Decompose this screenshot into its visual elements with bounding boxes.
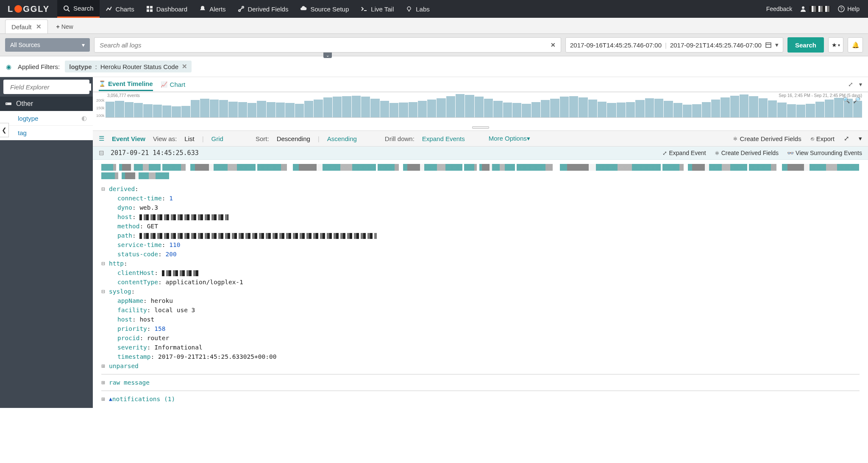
svg-point-6 — [239, 10, 240, 11]
tab-event-timeline[interactable]: ⌛Event Timeline — [99, 78, 153, 91]
expand-search-icon[interactable]: ⌄ — [323, 53, 332, 58]
timeline-tabs: ⌛Event Timeline 📈Chart ⤢ ▾ — [93, 77, 868, 92]
tab-new[interactable]: +New — [50, 20, 79, 33]
svg-rect-3 — [150, 6, 153, 8]
tab-chart[interactable]: 📈Chart — [161, 78, 186, 91]
unparsed-section[interactable]: unparsed — [109, 361, 139, 371]
nav-live-tail[interactable]: Live Tail — [355, 0, 400, 18]
toggle-icon: ◐ — [81, 114, 87, 122]
expand-events[interactable]: Expand Events — [422, 135, 465, 142]
clear-icon[interactable]: ✕ — [545, 42, 561, 48]
collapse-icon[interactable]: ⊟ — [101, 259, 109, 268]
svg-point-7 — [242, 6, 244, 8]
search-bar: All Sources▾ ✕ ⌄ 2017-09-16T14:45:25.746… — [0, 34, 868, 56]
dashboard-icon — [146, 6, 153, 12]
expand-icon[interactable]: ⤢ — [848, 81, 853, 88]
list-icon: ☰ — [99, 135, 104, 142]
field-explorer-input[interactable] — [10, 83, 91, 91]
tab-default[interactable]: Default✕ — [5, 19, 48, 33]
nav-dashboard[interactable]: Dashboard — [140, 0, 193, 18]
event-body: ⊟derived: connect-time: 1 dyno: web.3 ho… — [93, 160, 868, 408]
feedback-link[interactable]: Feedback — [766, 6, 792, 12]
time-to: 2017-09-21T14:45:25.746-07:00 — [670, 42, 762, 49]
nav-charts[interactable]: Charts — [100, 0, 140, 18]
expand-icon[interactable]: ⊞ — [101, 361, 109, 371]
help-link[interactable]: ?Help — [838, 6, 860, 12]
y-axis: 200k150k100k — [96, 97, 105, 119]
svg-point-0 — [64, 6, 68, 10]
bell-icon — [199, 6, 206, 12]
search-input-wrap: ✕ ⌄ — [94, 37, 561, 53]
facet-tag[interactable]: tag — [0, 126, 93, 140]
star-icon: ★ — [832, 42, 837, 48]
source-dropdown[interactable]: All Sources▾ — [5, 38, 90, 52]
nav-alerts[interactable]: Alerts — [193, 0, 231, 18]
collapse-sidebar[interactable]: ❮ — [0, 123, 9, 137]
search-icon — [63, 5, 70, 12]
event-view[interactable]: Event View — [112, 135, 145, 142]
warning-icon: ▲ — [109, 394, 112, 404]
chart-icon: 📈 — [161, 81, 167, 88]
nav-source-setup[interactable]: Source Setup — [294, 0, 355, 18]
view-grid[interactable]: Grid — [211, 135, 223, 142]
nav-labs[interactable]: Labs — [400, 0, 436, 18]
close-icon[interactable]: ✕ — [36, 23, 42, 30]
calendar-icon — [765, 42, 772, 48]
zoom-out-icon[interactable]: 🔍 — [843, 97, 850, 103]
hourglass-icon: ⌛ — [99, 80, 106, 87]
resize-handle[interactable] — [93, 126, 868, 130]
filters-label: Applied Filters: — [18, 63, 60, 70]
favorites-button[interactable]: ★▾ — [828, 37, 843, 53]
expand-icon[interactable]: ⤢ — [844, 135, 849, 142]
derived-icon — [238, 6, 245, 12]
main-panel: ⌛Event Timeline 📈Chart ⤢ ▾ 3,056,777 eve… — [93, 77, 868, 408]
nav-search[interactable]: Search — [57, 0, 100, 18]
event-create-df[interactable]: ⚛Create Derived Fields — [715, 150, 779, 156]
search-button[interactable]: Search — [787, 37, 824, 53]
time-range[interactable]: 2017-09-16T14:45:25.746-07:00 | 2017-09-… — [565, 37, 783, 53]
alert-button[interactable]: 🔔 — [848, 37, 863, 53]
chart-icon — [106, 6, 112, 12]
sidebar-section-other[interactable]: Other — [0, 97, 93, 111]
export-button[interactable]: ⎋Export — [811, 135, 835, 142]
sort-desc[interactable]: Descending — [277, 135, 310, 142]
svg-rect-5 — [150, 9, 153, 12]
chevron-down-icon[interactable]: ▾ — [859, 135, 862, 142]
svg-rect-2 — [147, 6, 149, 8]
sort-asc[interactable]: Ascending — [327, 135, 357, 142]
applied-filters: ◉ Applied Filters: logtype : Heroku Rout… — [0, 56, 868, 77]
more-options[interactable]: More Options▾ — [489, 135, 530, 142]
view-list[interactable]: List — [184, 135, 194, 142]
create-derived-fields[interactable]: ⚛Create Derived Fields — [733, 135, 801, 142]
svg-point-12 — [802, 6, 804, 9]
bulb-icon — [406, 6, 412, 12]
raw-preview — [101, 164, 860, 179]
zoom-in-icon[interactable]: 🔎 — [853, 97, 860, 103]
raw-message-section[interactable]: raw message — [109, 378, 150, 387]
close-icon[interactable]: ✕ — [182, 63, 187, 70]
user-icon — [800, 6, 807, 12]
collapse-icon[interactable]: ⊟ — [101, 287, 109, 296]
chevron-down-icon[interactable]: ▾ — [859, 81, 862, 88]
facet-logtype[interactable]: logtype◐ — [0, 111, 93, 126]
cloud-icon — [300, 6, 307, 12]
filter-chip[interactable]: logtype : Heroku Router Status Code ✕ — [65, 61, 192, 72]
svg-point-10 — [407, 7, 411, 10]
workspace-tabs: Default✕ +New — [0, 18, 868, 34]
expand-event[interactable]: ⤢Expand Event — [662, 150, 706, 156]
collapse-icon[interactable]: ⊟ — [99, 149, 106, 157]
expand-icon[interactable]: ⊞ — [101, 394, 109, 404]
timeline-chart[interactable]: 3,056,777 events Sep 16, 2:45 PM - Sep 2… — [93, 92, 868, 126]
search-input[interactable] — [95, 42, 545, 49]
nav-derived-fields[interactable]: Derived Fields — [232, 0, 295, 18]
collapse-icon[interactable]: ⊟ — [101, 184, 109, 194]
expand-icon[interactable]: ⊞ — [101, 378, 109, 387]
results-toolbar: ☰ Event View View as: List | Grid Sort: … — [93, 130, 868, 147]
event-header: ⊟ 2017-09-21 14:45:25.633 ⤢Expand Event … — [93, 147, 868, 160]
logo: LGGLY — [0, 4, 57, 14]
event-timestamp: 2017-09-21 14:45:25.633 — [111, 149, 199, 157]
notifications-section[interactable]: notifications (1) — [112, 394, 175, 404]
view-surrounding[interactable]: 👓View Surrounding Events — [787, 150, 862, 156]
bell-icon: 🔔 — [852, 42, 859, 48]
user-menu[interactable] — [800, 6, 830, 12]
